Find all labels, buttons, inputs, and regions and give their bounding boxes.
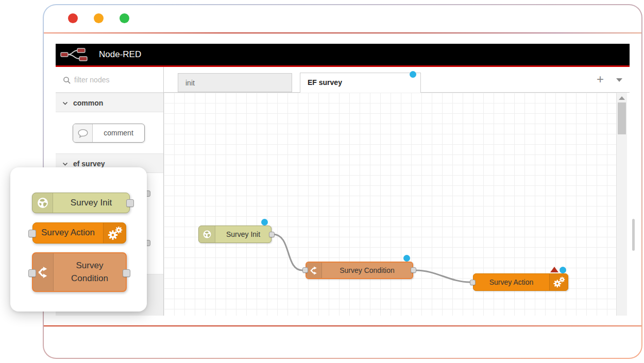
node-icon-section [33, 253, 54, 291]
popup-node-survey-init[interactable]: Survey Init [32, 193, 130, 213]
node-icon-section [103, 223, 126, 243]
palette-search [56, 67, 163, 93]
globe-icon [37, 197, 49, 209]
node-input-port[interactable] [470, 280, 476, 285]
chevron-down-icon [616, 78, 622, 82]
traffic-light-close-button[interactable] [68, 13, 78, 23]
tab-ef-survey[interactable]: EF survey [300, 73, 421, 93]
split-icon [37, 266, 50, 279]
node-output-port[interactable] [269, 232, 275, 237]
chevron-down-icon [62, 101, 68, 106]
node-label: Survey Action [473, 274, 549, 290]
browser-toolbar-divider [44, 32, 641, 33]
add-flow-button[interactable]: + [594, 73, 607, 87]
palette-search-input[interactable] [74, 74, 157, 86]
traffic-light-maximize-button[interactable] [120, 13, 129, 23]
node-icon-section [32, 193, 53, 213]
node-red-logo-icon [60, 47, 90, 62]
node-label: Survey Action [33, 223, 103, 243]
popup-node-survey-condition[interactable]: Survey Condition [32, 252, 127, 292]
app-title: Node-RED [99, 44, 141, 65]
tab-label: EF survey [308, 78, 342, 87]
split-icon [309, 266, 319, 275]
workspace-tabbar: init EF survey + [164, 67, 630, 93]
app-header: Node-RED [56, 44, 630, 65]
node-output-port[interactable] [126, 199, 134, 207]
node-modified-dot [560, 267, 566, 273]
palette-category-common[interactable]: common [56, 93, 163, 112]
node-output-port[interactable] [411, 267, 416, 273]
scrollbar-up-button[interactable] [619, 96, 625, 100]
node-label: Survey Condition [322, 263, 412, 278]
node-output-port[interactable] [123, 269, 130, 277]
node-icon-section [549, 274, 568, 290]
tab-modified-dot [410, 71, 416, 78]
scrollbar-thumb[interactable] [618, 102, 626, 134]
palette-node-label: comment [93, 124, 144, 142]
flow-node-survey-init[interactable]: Survey Init [198, 226, 272, 243]
node-modified-dot [403, 255, 410, 262]
globe-icon [202, 230, 212, 239]
traffic-light-minimize-button[interactable] [94, 13, 104, 23]
gears-icon [553, 276, 565, 288]
browser-scrollbar-thumb[interactable] [632, 219, 635, 251]
gears-icon [107, 226, 123, 241]
node-input-port[interactable] [302, 267, 308, 273]
tab-init[interactable]: init [178, 73, 292, 92]
category-label: common [73, 93, 103, 113]
node-label: Survey Init [53, 193, 129, 213]
popup-node-survey-action[interactable]: Survey Action [32, 222, 126, 244]
node-label: Survey Condition [54, 253, 126, 291]
page: Node-RED common comment [0, 0, 644, 363]
chevron-down-icon [62, 162, 68, 166]
flow-node-survey-action[interactable]: Survey Action [473, 273, 568, 291]
search-icon [63, 76, 71, 84]
node-icon-section [199, 226, 215, 243]
palette-popup-panel: Survey Init Survey Action Survey Conditi… [10, 167, 147, 312]
node-icon-section [307, 263, 322, 278]
canvas-scrollbar[interactable] [616, 93, 627, 316]
comment-icon-section [73, 124, 93, 142]
browser-bottom-divider [44, 325, 641, 326]
node-input-port[interactable] [28, 269, 36, 277]
node-error-triangle [550, 267, 558, 272]
speech-bubble-icon [77, 128, 89, 139]
tab-label: init [185, 79, 195, 87]
palette-node-comment[interactable]: comment [73, 124, 145, 143]
flow-node-survey-condition[interactable]: Survey Condition [306, 262, 413, 279]
node-input-port[interactable] [28, 230, 36, 237]
node-label: Survey Init [215, 226, 271, 243]
flow-list-dropdown-button[interactable] [615, 76, 623, 83]
node-modified-dot [261, 219, 268, 226]
